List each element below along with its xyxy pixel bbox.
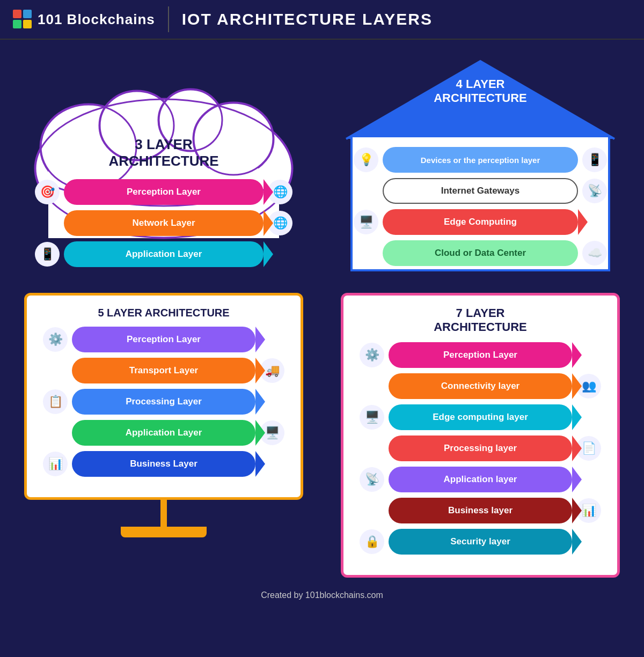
security-pill-7: Security layer bbox=[389, 529, 572, 555]
header-divider bbox=[168, 6, 169, 32]
devices-right-icon: 📱 bbox=[582, 147, 607, 172]
seven-layer-section: 7 LAYER ARCHITECTURE ⚙️ Perception Layer… bbox=[327, 293, 633, 578]
seven-layer-box: 7 LAYER ARCHITECTURE ⚙️ Perception Layer… bbox=[341, 293, 620, 578]
page-title: IOT ARCHITECTURE LAYERS bbox=[182, 10, 433, 28]
four-layer-row-1: 💡 Devices or the perception layer 📱 bbox=[354, 147, 607, 173]
perception-pill-3: Perception Layer bbox=[64, 179, 264, 205]
seven-layer-row-2: Connectivity layer 👥 bbox=[360, 373, 601, 399]
footer-text: Created by 101blockchains.com bbox=[261, 590, 383, 600]
app-pill-3: Application Layer bbox=[64, 241, 264, 267]
five-layer-row-1: ⚙️ Perception Layer bbox=[43, 327, 284, 352]
edge-pill: Edge Computing bbox=[383, 209, 578, 235]
app-pill-7: Application layer bbox=[389, 467, 572, 492]
logo-cubes bbox=[13, 10, 32, 29]
devices-icon: 💡 bbox=[354, 147, 378, 172]
business-pill-5: Business Layer bbox=[72, 451, 255, 477]
seven-layer-row-4: Processing layer 📄 bbox=[360, 435, 601, 461]
five-layer-section: 5 LAYER ARCHITECTURE ⚙️ Perception Layer… bbox=[11, 293, 317, 578]
edge-pill-7: Edge computing layer bbox=[389, 404, 572, 430]
cube-blue bbox=[23, 10, 32, 18]
logo-block: 101 Blockchains bbox=[13, 10, 155, 29]
perception-icon-3: 🎯 bbox=[35, 180, 60, 204]
footer: Created by 101blockchains.com bbox=[0, 583, 644, 608]
app-pill-5: Application Layer bbox=[72, 420, 255, 446]
three-layer-title: 3 LAYER ARCHITECTURE bbox=[108, 136, 218, 169]
cloud-pill: Cloud or Data Center bbox=[383, 240, 578, 266]
seven-layer-row-7: 🔒 Security layer bbox=[360, 529, 601, 555]
transport-pill-5: Transport Layer bbox=[72, 358, 255, 383]
perception-icon-5: ⚙️ bbox=[43, 327, 68, 352]
cube-green bbox=[13, 20, 21, 28]
five-layer-row-2: Transport Layer 🚚 bbox=[43, 358, 284, 383]
network-pill-3: Network Layer bbox=[64, 210, 264, 236]
five-layer-row-5: 📊 Business Layer bbox=[43, 451, 284, 477]
seven-layer-title: 7 LAYER ARCHITECTURE bbox=[434, 306, 527, 335]
five-layer-title: 5 LAYER ARCHITECTURE bbox=[98, 306, 229, 319]
three-layer-row-1: 🎯 Perception Layer 🌐 bbox=[35, 179, 292, 205]
monitor-stand bbox=[160, 500, 167, 527]
seven-layer-row-6: Business layer 📊 bbox=[360, 498, 601, 523]
processing-icon-5: 📋 bbox=[43, 389, 68, 414]
four-layer-section: 4 LAYER ARCHITECTURE 💡 Devices or the pe… bbox=[327, 50, 633, 282]
perception-pill-5: Perception Layer bbox=[72, 327, 255, 352]
seven-layer-row-3: 🖥️ Edge computing layer bbox=[360, 404, 601, 430]
gateway-right-icon: 📡 bbox=[582, 179, 607, 203]
seven-layer-row-5: 📡 Application layer bbox=[360, 467, 601, 492]
monitor-base bbox=[121, 527, 207, 537]
header: 101 Blockchains IOT ARCHITECTURE LAYERS bbox=[0, 0, 644, 40]
four-layer-row-3: 🖥️ Edge Computing bbox=[354, 209, 607, 235]
three-layer-row-2: Network Layer 🌐 bbox=[35, 210, 292, 236]
business-pill-7: Business layer bbox=[389, 498, 572, 523]
perception-pill-7: Perception Layer bbox=[389, 342, 572, 368]
cube-red bbox=[13, 10, 21, 18]
three-layer-row-3: 📱 Application Layer bbox=[35, 241, 292, 267]
app-icon-7: 📡 bbox=[360, 467, 384, 492]
app-icon-3: 📱 bbox=[35, 242, 60, 267]
processing-pill-7: Processing layer bbox=[389, 435, 572, 461]
four-layer-row-4: Cloud or Data Center ☁️ bbox=[354, 240, 607, 266]
perception-icon-7: ⚙️ bbox=[360, 343, 384, 367]
gateways-pill: Internet Gateways bbox=[383, 178, 578, 204]
connectivity-pill-7: Connectivity layer bbox=[389, 373, 572, 399]
seven-layer-row-1: ⚙️ Perception Layer bbox=[360, 342, 601, 368]
edge-icon-7: 🖥️ bbox=[360, 405, 384, 430]
processing-pill-5: Processing Layer bbox=[72, 389, 255, 415]
three-layer-section: 3 LAYER ARCHITECTURE 🎯 Perception Layer … bbox=[11, 50, 317, 282]
monitor-screen: 5 LAYER ARCHITECTURE ⚙️ Perception Layer… bbox=[24, 293, 303, 500]
cube-yellow bbox=[23, 20, 32, 28]
five-layer-row-3: 📋 Processing Layer bbox=[43, 389, 284, 415]
devices-pill: Devices or the perception layer bbox=[383, 147, 578, 173]
business-icon-5: 📊 bbox=[43, 452, 68, 476]
brand-name: 101 Blockchains bbox=[38, 11, 155, 28]
cloud-right-icon: ☁️ bbox=[582, 241, 607, 265]
five-layer-row-4: Application Layer 🖥️ bbox=[43, 420, 284, 446]
four-layer-row-2: Internet Gateways 📡 bbox=[354, 178, 607, 204]
security-icon-7: 🔒 bbox=[360, 529, 384, 554]
main-content: 3 LAYER ARCHITECTURE 🎯 Perception Layer … bbox=[0, 40, 644, 583]
edge-icon: 🖥️ bbox=[354, 210, 378, 234]
